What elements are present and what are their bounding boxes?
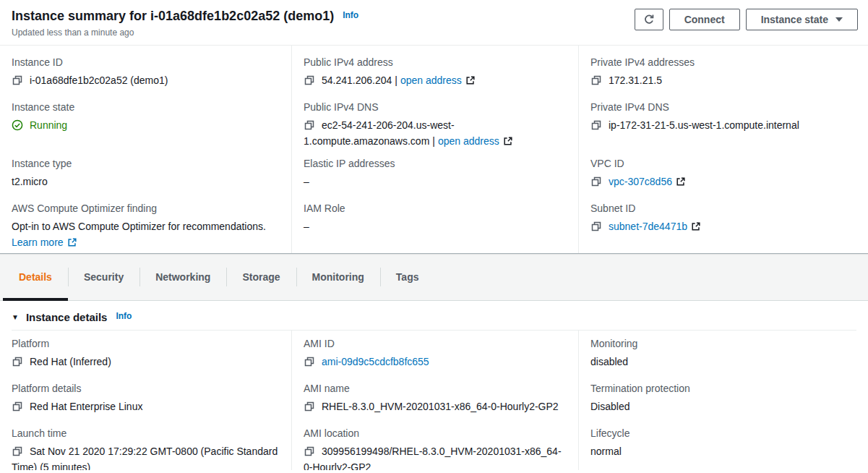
- tab-details[interactable]: Details: [3, 254, 68, 300]
- field-private-ipv4-dns: Private IPv4 DNS ip-172-31-21-5.us-west-…: [578, 90, 868, 147]
- field-label: Public IPv4 DNS: [304, 100, 567, 114]
- field-lifecycle: Lifecycle normal: [578, 420, 868, 470]
- field-public-ipv4-dns: Public IPv4 DNS ec2-54-241-206-204.us-we…: [291, 90, 578, 147]
- tab-security[interactable]: Security: [68, 254, 139, 300]
- copy-icon[interactable]: [304, 356, 315, 367]
- field-ami-location: AMI location 309956199498/RHEL-8.3.0_HVM…: [291, 420, 578, 470]
- tab-networking[interactable]: Networking: [139, 254, 226, 300]
- copy-icon[interactable]: [590, 119, 602, 131]
- details-panel: ▼ Instance details Info Platform Red Hat…: [0, 301, 868, 473]
- field-label: Instance type: [12, 156, 280, 171]
- field-elastic-ip: Elastic IP addresses –: [291, 147, 578, 192]
- field-value: disabled: [590, 354, 856, 370]
- copy-icon[interactable]: [590, 74, 602, 86]
- field-label: VPC ID: [590, 156, 856, 171]
- header-titles: Instance summary for i-01a68dfe1b2c02a52…: [12, 9, 358, 45]
- field-label: Private IPv4 addresses: [590, 55, 856, 69]
- collapse-triangle-icon[interactable]: ▼: [12, 313, 19, 321]
- copy-icon[interactable]: [304, 401, 315, 412]
- open-address-link[interactable]: open address: [400, 74, 462, 86]
- external-link-icon[interactable]: [676, 175, 686, 191]
- updated-timestamp: Updated less than a minute ago: [12, 27, 358, 38]
- field-value: –: [304, 218, 567, 234]
- field-instance-state: Instance state Running: [0, 90, 291, 147]
- field-label: Public IPv4 address: [304, 55, 567, 69]
- field-label: Instance ID: [12, 55, 280, 69]
- field-ami-id: AMI ID ami-09d9c5cdcfb8fc655: [291, 331, 578, 375]
- field-label: Private IPv4 DNS: [590, 100, 856, 114]
- info-link[interactable]: Info: [116, 311, 132, 321]
- summary-header: Instance summary for i-01a68dfe1b2c02a52…: [0, 0, 868, 46]
- field-label: IAM Role: [304, 201, 567, 216]
- field-instance-id: Instance ID i-01a68dfe1b2c02a52 (demo1): [0, 46, 291, 90]
- field-value: t2.micro: [12, 174, 280, 189]
- copy-icon[interactable]: [590, 176, 602, 187]
- ami-id-link[interactable]: ami-09d9c5cdcfb8fc655: [322, 356, 429, 367]
- copy-icon[interactable]: [304, 74, 315, 86]
- field-label: AWS Compute Optimizer finding: [12, 201, 280, 216]
- field-iam-role: IAM Role –: [291, 192, 578, 253]
- copy-icon[interactable]: [12, 356, 23, 367]
- field-value: normal: [590, 443, 856, 459]
- instance-state-button[interactable]: Instance state: [746, 9, 858, 30]
- tab-label: Tags: [396, 271, 419, 283]
- field-value: RHEL-8.3.0_HVM-20201031-x86_64-0-Hourly2…: [322, 401, 559, 412]
- field-compute-optimizer: AWS Compute Optimizer finding Opt-in to …: [0, 192, 291, 253]
- field-value: Sat Nov 21 2020 17:29:22 GMT-0800 (Pacif…: [12, 446, 278, 470]
- external-link-icon[interactable]: [465, 74, 476, 90]
- field-value: 172.31.21.5: [609, 74, 662, 86]
- external-link-icon[interactable]: [503, 135, 513, 147]
- info-link[interactable]: Info: [343, 10, 358, 20]
- field-label: Monitoring: [590, 336, 856, 351]
- tab-monitoring[interactable]: Monitoring: [296, 254, 380, 300]
- field-label: Platform details: [12, 381, 280, 396]
- field-instance-type: Instance type t2.micro: [0, 147, 291, 192]
- external-link-icon[interactable]: [67, 236, 77, 252]
- field-value: ip-172-31-21-5.us-west-1.compute.interna…: [609, 119, 799, 131]
- instance-state-button-label: Instance state: [761, 14, 828, 25]
- refresh-icon: [643, 14, 655, 25]
- connect-button[interactable]: Connect: [669, 9, 740, 30]
- field-value: Disabled: [590, 399, 856, 414]
- field-label: Launch time: [12, 426, 280, 440]
- tab-label: Details: [19, 271, 52, 283]
- open-address-link[interactable]: open address: [438, 135, 499, 147]
- copy-icon[interactable]: [304, 446, 315, 457]
- field-launch-time: Launch time Sat Nov 21 2020 17:29:22 GMT…: [0, 420, 291, 470]
- copy-icon[interactable]: [590, 221, 602, 232]
- field-label: Platform: [12, 336, 280, 351]
- page-title: Instance summary for i-01a68dfe1b2c02a52…: [12, 9, 334, 23]
- field-private-ipv4-addresses: Private IPv4 addresses 172.31.21.5: [578, 46, 868, 90]
- field-value: 309956199498/RHEL-8.3.0_HVM-20201031-x86…: [304, 446, 562, 470]
- field-value: Red Hat Enterprise Linux: [30, 401, 142, 412]
- external-link-icon[interactable]: [691, 220, 701, 236]
- field-subnet-id: Subnet ID subnet-7de4471b: [578, 192, 868, 253]
- section-title: Instance details: [26, 311, 108, 323]
- tab-storage[interactable]: Storage: [226, 254, 296, 300]
- learn-more-link[interactable]: Learn more: [12, 236, 64, 248]
- field-platform-details: Platform details Red Hat Enterprise Linu…: [0, 375, 291, 420]
- field-termination-protection: Termination protection Disabled: [578, 375, 868, 420]
- field-value: i-01a68dfe1b2c02a52 (demo1): [30, 74, 168, 86]
- copy-icon[interactable]: [12, 446, 23, 457]
- field-ami-name: AMI name RHEL-8.3.0_HVM-20201031-x86_64-…: [291, 375, 578, 420]
- tab-label: Storage: [242, 271, 280, 283]
- status-running-icon: [12, 119, 23, 131]
- copy-icon[interactable]: [304, 119, 315, 131]
- field-value: Opt-in to AWS Compute Optimizer for reco…: [12, 221, 266, 232]
- tab-tags[interactable]: Tags: [380, 254, 435, 300]
- refresh-button[interactable]: [635, 9, 663, 30]
- field-label: AMI name: [304, 381, 567, 396]
- field-label: Termination protection: [590, 381, 856, 396]
- field-label: Subnet ID: [590, 201, 856, 216]
- copy-icon[interactable]: [12, 74, 23, 86]
- status-badge: Running: [30, 119, 67, 131]
- field-label: AMI location: [304, 426, 567, 440]
- field-value: Red Hat (Inferred): [30, 356, 111, 367]
- field-value: 54.241.206.204: [322, 74, 392, 86]
- field-label: Lifecycle: [590, 426, 856, 440]
- subnet-id-link[interactable]: subnet-7de4471b: [609, 221, 687, 232]
- copy-icon[interactable]: [12, 401, 23, 412]
- vpc-id-link[interactable]: vpc-307c8d56: [609, 176, 672, 187]
- instance-summary-grid: Instance ID i-01a68dfe1b2c02a52 (demo1) …: [0, 46, 868, 253]
